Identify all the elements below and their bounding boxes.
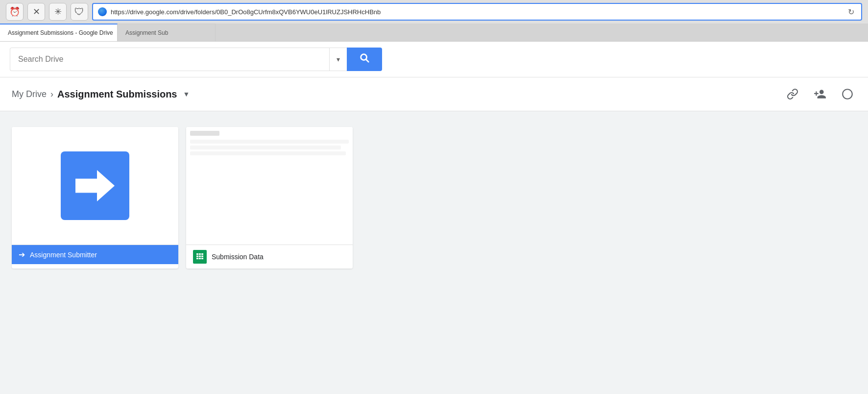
sheet-line	[190, 151, 346, 155]
tab-active-label: Assignment Submissions - Google Drive	[8, 29, 113, 36]
file-label-submitter: Assignment Submitter	[30, 251, 171, 259]
breadcrumb-actions	[784, 85, 856, 103]
tab-active[interactable]: Assignment Submissions - Google Drive	[0, 24, 118, 41]
browser-chrome: ⏰ ✕ ✳ 🛡 https://drive.google.com/drive/f…	[0, 0, 868, 42]
file-label-data: Submission Data	[212, 253, 346, 261]
sheets-icon	[193, 250, 207, 264]
svg-rect-10	[201, 256, 203, 257]
footer-arrow-icon: ➔	[19, 250, 25, 259]
more-actions-button[interactable]	[839, 85, 856, 103]
address-bar[interactable]: https://drive.google.com/drive/folders/0…	[92, 3, 862, 21]
svg-rect-11	[196, 258, 198, 259]
asterisk-button[interactable]: ✳	[49, 3, 67, 21]
breadcrumb-bar: My Drive › Assignment Submissions ▼	[0, 77, 868, 111]
tab-inactive-label: Assignment Sub	[125, 29, 168, 36]
svg-rect-5	[196, 253, 198, 255]
add-person-button[interactable]	[811, 85, 829, 103]
copy-link-button[interactable]	[784, 85, 801, 103]
history-button[interactable]: ⏰	[6, 3, 24, 21]
search-button[interactable]	[347, 48, 382, 71]
search-input[interactable]	[10, 48, 329, 71]
svg-marker-3	[97, 170, 115, 201]
file-card-footer-data: Submission Data	[186, 245, 353, 269]
breadcrumb-my-drive[interactable]: My Drive	[12, 89, 47, 99]
file-preview-form	[12, 127, 178, 245]
svg-rect-6	[199, 253, 201, 255]
file-card-footer-submitter: ➔ Assignment Submitter	[12, 245, 178, 264]
sheet-lines	[190, 140, 349, 155]
sheet-line	[190, 140, 349, 144]
svg-rect-13	[201, 258, 203, 259]
sheet-line	[190, 146, 341, 149]
svg-rect-9	[199, 256, 201, 257]
tab-bar: Assignment Submissions - Google Drive As…	[0, 24, 868, 41]
browser-toolbar: ⏰ ✕ ✳ 🛡 https://drive.google.com/drive/f…	[0, 0, 868, 24]
shield-button[interactable]: 🛡	[71, 3, 88, 21]
form-app-icon	[61, 151, 129, 220]
breadcrumb-current-folder[interactable]: Assignment Submissions	[57, 89, 177, 100]
file-card-submission-data[interactable]: Submission Data	[186, 127, 353, 269]
breadcrumb: My Drive › Assignment Submissions ▼	[12, 89, 190, 100]
svg-rect-7	[201, 253, 203, 255]
sheet-preview-header-bar	[190, 131, 219, 136]
globe-icon	[98, 7, 107, 16]
refresh-button[interactable]: ↻	[845, 6, 856, 17]
drive-header: ▾	[0, 42, 868, 77]
svg-rect-12	[199, 258, 201, 259]
breadcrumb-separator: ›	[50, 89, 53, 99]
sheet-preview	[186, 127, 353, 245]
search-bar: ▾	[10, 48, 382, 71]
breadcrumb-dropdown-icon[interactable]: ▼	[183, 90, 190, 98]
tab-inactive[interactable]: Assignment Sub	[118, 24, 216, 41]
svg-line-1	[366, 59, 368, 62]
svg-rect-2	[75, 179, 99, 193]
url-text: https://drive.google.com/drive/folders/0…	[111, 8, 842, 16]
search-icon	[359, 52, 370, 66]
svg-rect-8	[196, 256, 198, 257]
files-grid: ➔ Assignment Submitter	[12, 127, 856, 269]
main-content: ➔ Assignment Submitter	[0, 111, 868, 356]
stop-button[interactable]: ✕	[27, 3, 45, 21]
file-preview-sheet	[186, 127, 353, 245]
file-card-assignment-submitter[interactable]: ➔ Assignment Submitter	[12, 127, 178, 269]
search-dropdown-button[interactable]: ▾	[329, 48, 347, 71]
